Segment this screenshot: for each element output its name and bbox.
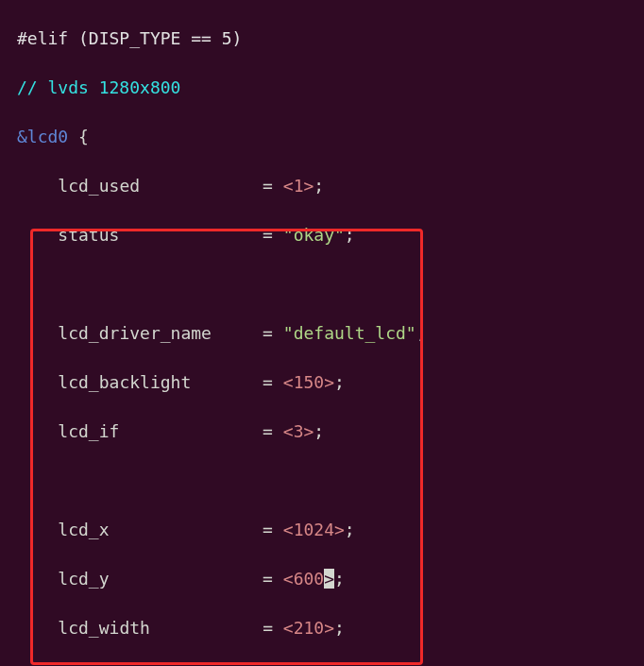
prop-key: lcd_driver_name (58, 323, 212, 343)
prop-key: lcd_width (58, 618, 150, 638)
prop-value: 150 (294, 372, 325, 392)
prop-key: lcd_y (58, 569, 109, 589)
code-line: lcd_used = <1>; (17, 174, 633, 198)
code-line: lcd_if = <3>; (17, 419, 633, 444)
prop-value: 1 (294, 176, 304, 196)
prop-key: lcd_backlight (58, 372, 191, 392)
prop-key: lcd_used (58, 176, 140, 196)
prop-key: lcd_x (58, 520, 109, 539)
prop-value: 600 (294, 569, 325, 589)
cursor: > (324, 569, 334, 589)
prop-key: lcd_if (58, 421, 119, 441)
blank-line (17, 469, 633, 493)
code-editor-viewport[interactable]: #elif (DISP_TYPE == 5) // lvds 1280x800 … (0, 0, 644, 666)
code-line: &lcd0 { (17, 125, 633, 149)
prop-value: 1024 (294, 520, 334, 539)
prop-value: 210 (294, 618, 325, 638)
code-line: lcd_driver_name = "default_lcd"; (17, 321, 633, 346)
brace: { (68, 127, 89, 146)
prop-value: 3 (294, 421, 304, 441)
code-line: lcd_backlight = <150>; (17, 370, 633, 395)
blank-line (17, 272, 633, 297)
code-line: status = "okay"; (17, 223, 633, 248)
code-line: #elif (DISP_TYPE == 5) (17, 26, 633, 51)
code-line: lcd_width = <210>; (17, 616, 633, 640)
prop-key: status (58, 225, 119, 245)
prop-value: "okay" (283, 225, 345, 245)
node-ref: &lcd0 (17, 127, 68, 146)
prop-value: "default_lcd" (283, 323, 416, 343)
code-line: lcd_x = <1024>; (17, 518, 633, 542)
preproc-directive: #elif (DISP_TYPE == 5) (17, 28, 242, 48)
code-line: // lvds 1280x800 (17, 76, 633, 100)
code-line: lcd_y = <600>; (17, 567, 633, 591)
comment: // lvds 1280x800 (17, 77, 180, 97)
